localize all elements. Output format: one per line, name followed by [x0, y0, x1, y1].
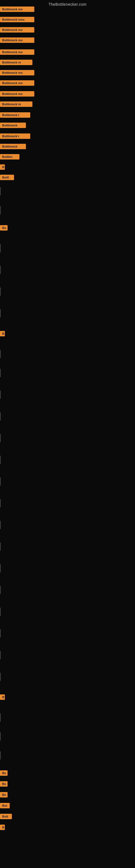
divider-div12: [0, 456, 1, 464]
bottleneck-button-btn3[interactable]: Bottleneck res: [0, 27, 34, 33]
bottleneck-button-btn23[interactable]: Bo: [0, 792, 8, 798]
divider-div1: [0, 187, 1, 195]
divider-div3: [0, 244, 1, 252]
bottleneck-button-btn8[interactable]: Bottleneck res: [0, 80, 34, 86]
bottleneck-button-btn19[interactable]: B: [0, 331, 5, 336]
bottleneck-button-btn21[interactable]: Bo: [0, 770, 8, 776]
bottleneck-button-btn12[interactable]: Bottleneck: [0, 123, 26, 128]
divider-div23: [0, 713, 1, 721]
bottleneck-button-btn18[interactable]: Bo: [0, 225, 8, 230]
bottleneck-button-btn5[interactable]: Bottleneck res: [0, 50, 34, 55]
divider-div18: [0, 586, 1, 594]
divider-div15: [0, 521, 1, 529]
bottleneck-button-btn25[interactable]: Bott: [0, 814, 12, 819]
divider-div14: [0, 499, 1, 507]
bottleneck-button-btn13[interactable]: Bottleneck r: [0, 133, 30, 139]
bottleneck-button-btn14[interactable]: Bottleneck: [0, 144, 26, 149]
bottleneck-button-btn10[interactable]: Bottleneck re: [0, 101, 32, 107]
bottleneck-button-btn7[interactable]: Bottleneck res: [0, 70, 34, 75]
bottleneck-button-btn26[interactable]: B: [0, 825, 5, 830]
bottleneck-button-btn1[interactable]: Bottleneck res: [0, 6, 34, 12]
divider-div10: [0, 412, 1, 421]
divider-div22: [0, 673, 1, 681]
divider-div25: [0, 751, 1, 760]
divider-div16: [0, 542, 1, 551]
divider-div7: [0, 350, 1, 358]
bottleneck-button-btn9[interactable]: Bottleneck res: [0, 91, 34, 97]
divider-div19: [0, 608, 1, 616]
divider-div8: [0, 369, 1, 377]
bottleneck-button-btn4[interactable]: Bottleneck res: [0, 37, 34, 43]
bottleneck-button-btn24[interactable]: Bot: [0, 803, 10, 808]
bottleneck-button-btn2[interactable]: Bottleneck resu: [0, 17, 34, 22]
divider-div11: [0, 434, 1, 442]
divider-div20: [0, 629, 1, 638]
divider-div13: [0, 477, 1, 486]
bottleneck-button-btn15[interactable]: Bottlen: [0, 154, 19, 159]
divider-div5: [0, 287, 1, 296]
divider-div4: [0, 266, 1, 274]
divider-div17: [0, 564, 1, 572]
bottleneck-button-btn6[interactable]: Bottleneck re: [0, 60, 32, 65]
divider-div6: [0, 309, 1, 317]
bottleneck-button-btn11[interactable]: Bottleneck r: [0, 112, 30, 118]
bottleneck-button-btn16[interactable]: B: [0, 164, 5, 170]
divider-div9: [0, 391, 1, 399]
divider-div21: [0, 651, 1, 659]
bottleneck-button-btn17[interactable]: Bottl: [0, 175, 14, 180]
bottleneck-button-btn22[interactable]: Bo: [0, 781, 8, 786]
divider-div24: [0, 733, 1, 741]
bottleneck-button-btn20[interactable]: B: [0, 694, 5, 700]
divider-div2: [0, 206, 1, 214]
